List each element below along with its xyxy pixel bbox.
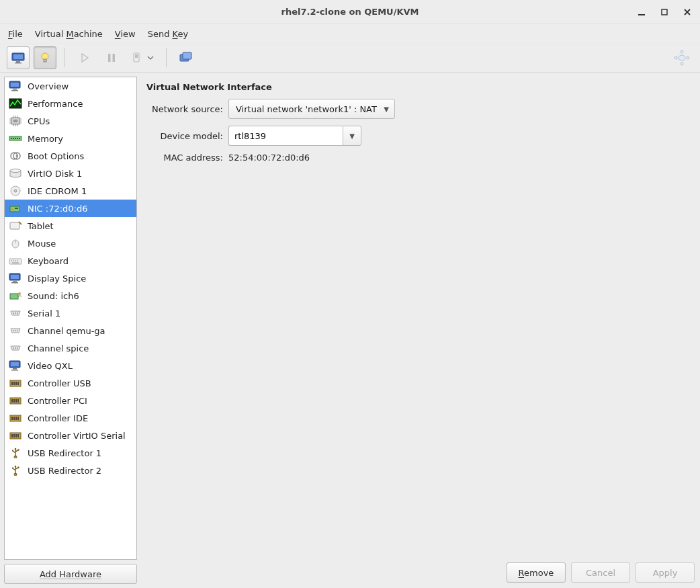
hardware-row-label: Keyboard	[28, 256, 69, 266]
sidebar: OverviewPerformanceCPUsMemoryBoot Option…	[4, 77, 137, 584]
svg-rect-87	[17, 434, 19, 437]
hardware-list[interactable]: OverviewPerformanceCPUsMemoryBoot Option…	[4, 77, 137, 560]
svg-rect-85	[13, 434, 15, 437]
hardware-row[interactable]: Boot Options	[5, 147, 136, 165]
toolbar	[0, 43, 700, 73]
hardware-row-label: USB Redirector 1	[28, 448, 101, 458]
hardware-row[interactable]: VirtIO Disk 1	[5, 165, 136, 182]
hardware-row[interactable]: Performance	[5, 95, 136, 112]
network-source-dropdown[interactable]: Virtual network 'network1' : NAT ▼	[228, 99, 395, 119]
hardware-row[interactable]: Video QXL	[5, 357, 136, 374]
hardware-row[interactable]: Overview	[5, 77, 136, 95]
performance-icon	[9, 97, 22, 110]
svg-rect-47	[17, 260, 18, 261]
nic-icon	[9, 202, 22, 214]
controller-icon	[9, 412, 22, 424]
hardware-row[interactable]: Memory	[5, 130, 136, 147]
svg-rect-28	[13, 138, 14, 139]
close-button[interactable]	[681, 6, 693, 18]
svg-point-63	[17, 347, 18, 349]
svg-point-34	[16, 155, 18, 157]
run-button[interactable]	[73, 46, 96, 69]
device-model-dropdown-button[interactable]: ▼	[343, 126, 361, 146]
hardware-row-label: Controller PCI	[28, 396, 87, 406]
svg-rect-8	[108, 54, 111, 62]
serial-icon	[9, 342, 22, 354]
mouse-icon	[9, 237, 22, 249]
hardware-row-label: Controller IDE	[28, 413, 88, 423]
mac-label: MAC address:	[146, 153, 228, 163]
menubar: File Virtual Machine View Send Key	[0, 24, 700, 43]
menu-view[interactable]: View	[115, 29, 136, 39]
hardware-row[interactable]: IDE CDROM 1	[5, 182, 136, 200]
svg-rect-65	[11, 362, 19, 366]
svg-point-17	[674, 56, 677, 59]
snapshots-button[interactable]	[175, 46, 198, 69]
hardware-row[interactable]: Keyboard	[5, 252, 136, 269]
hardware-row[interactable]: Controller USB	[5, 374, 136, 392]
minimize-button[interactable]	[636, 6, 648, 18]
hardware-row[interactable]: USB Redirector 1	[5, 444, 136, 462]
hardware-row[interactable]: Controller VirtIO Serial	[5, 427, 136, 444]
svg-rect-27	[11, 138, 12, 139]
svg-point-89	[15, 448, 17, 450]
controller-icon	[9, 377, 22, 389]
cpu-icon	[9, 115, 22, 127]
svg-rect-31	[19, 138, 20, 139]
chevron-down-icon	[146, 54, 155, 62]
svg-rect-1	[662, 9, 667, 15]
maximize-button[interactable]	[658, 6, 670, 18]
svg-rect-0	[638, 14, 645, 15]
hardware-row[interactable]: Display Spice	[5, 269, 136, 287]
cancel-button: Cancel	[571, 562, 630, 583]
svg-rect-5	[15, 62, 21, 64]
menu-virtual-machine[interactable]: Virtual Machine	[35, 29, 103, 39]
hardware-row[interactable]: Mouse	[5, 235, 136, 252]
svg-point-91	[17, 449, 19, 450]
hardware-row[interactable]: CPUs	[5, 112, 136, 130]
device-model-label: Device model:	[146, 131, 228, 141]
remove-button[interactable]: Remove	[507, 562, 566, 583]
device-model-input[interactable]	[228, 126, 343, 146]
hardware-row-label: Display Spice	[28, 274, 86, 284]
device-model-row: Device model: ▼	[146, 126, 691, 146]
svg-rect-90	[12, 450, 13, 452]
network-source-row: Network source: Virtual network 'network…	[146, 99, 691, 119]
fullscreen-button[interactable]	[670, 46, 693, 69]
hardware-row[interactable]: Tablet	[5, 217, 136, 235]
svg-rect-70	[13, 382, 15, 385]
svg-point-56	[15, 312, 16, 314]
footer: Remove Cancel Apply	[141, 558, 696, 584]
svg-rect-81	[15, 417, 17, 420]
hardware-row-label: Mouse	[28, 239, 56, 249]
hardware-row[interactable]: Channel spice	[5, 339, 136, 357]
svg-point-61	[13, 347, 14, 349]
menu-send-key[interactable]: Send Key	[148, 29, 188, 39]
hardware-row[interactable]: Channel qemu-ga	[5, 322, 136, 339]
shutdown-button[interactable]	[127, 46, 158, 69]
console-view-button[interactable]	[7, 46, 30, 69]
menu-file[interactable]: File	[8, 29, 23, 39]
hardware-row[interactable]: USB Redirector 2	[5, 462, 136, 479]
svg-rect-72	[17, 382, 19, 385]
hardware-row-label: IDE CDROM 1	[28, 186, 87, 196]
add-hardware-button[interactable]: Add Hardware	[4, 564, 137, 584]
window-controls	[636, 0, 693, 24]
hardware-row[interactable]: NIC :72:d0:d6	[5, 200, 136, 217]
device-model-combo[interactable]: ▼	[228, 126, 361, 146]
fullscreen-icon	[673, 49, 691, 67]
titlebar: rhel7.2-clone on QEMU/KVM	[0, 0, 700, 24]
hardware-row[interactable]: Controller PCI	[5, 392, 136, 409]
hardware-row[interactable]: Controller IDE	[5, 409, 136, 427]
content-panel: Virtual Network Interface Network source…	[141, 77, 696, 558]
hardware-row[interactable]: Sound: ich6	[5, 287, 136, 304]
pause-button[interactable]	[100, 46, 123, 69]
hardware-row[interactable]: Serial 1	[5, 304, 136, 322]
svg-rect-20	[11, 83, 19, 87]
serial-icon	[9, 307, 22, 319]
details-view-button[interactable]	[34, 46, 56, 69]
svg-rect-7	[44, 59, 46, 62]
svg-rect-80	[13, 417, 15, 420]
controller-icon	[9, 394, 22, 407]
svg-rect-84	[11, 434, 13, 437]
